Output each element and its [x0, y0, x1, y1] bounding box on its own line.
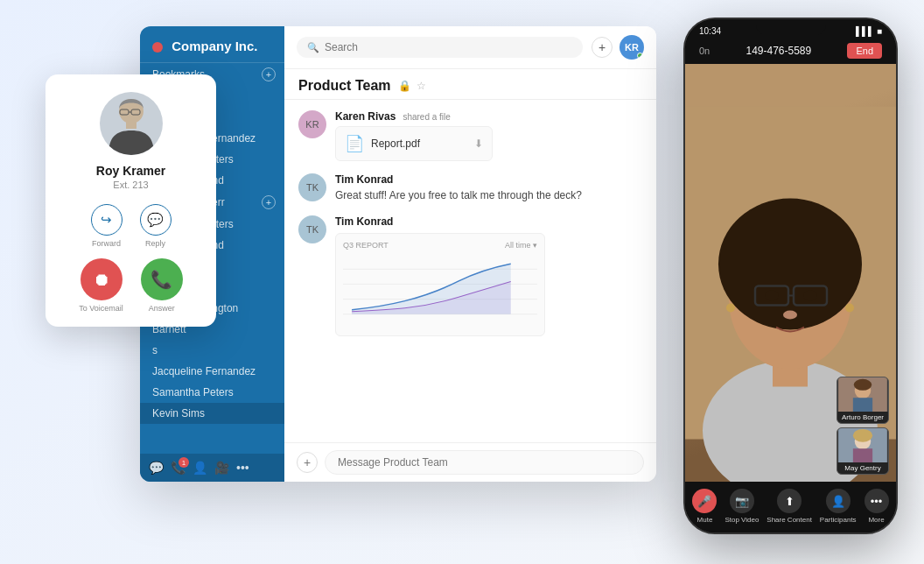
- voicemail-label: To Voicemail: [79, 304, 123, 313]
- voicemail-button[interactable]: ⏺: [80, 258, 122, 300]
- channel-icons: 🔒 ☆: [398, 80, 426, 92]
- thumb-arturo-label: Arturo Borger: [837, 412, 888, 423]
- close-icon[interactable]: [152, 42, 163, 53]
- stop-video-action[interactable]: 📷 Stop Video: [724, 489, 759, 524]
- star-icon[interactable]: ☆: [416, 80, 426, 92]
- sidebar-header: Company Inc.: [140, 26, 284, 63]
- phone-notch: [756, 19, 826, 35]
- phone-icon[interactable]: 📞 1: [171, 461, 186, 475]
- more-icon[interactable]: •••: [236, 461, 249, 475]
- mute-icon[interactable]: 🎤: [692, 489, 717, 513]
- forward-button[interactable]: ↪: [91, 204, 122, 236]
- sidebar-item-label: Samantha Peters: [152, 386, 234, 398]
- contacts-icon[interactable]: 👤: [192, 461, 207, 475]
- sidebar-item-label: Kevin Sims: [152, 407, 205, 419]
- sidebar-item-label: Jacqueline Fernandez: [152, 365, 256, 377]
- scene: Company Inc. Bookmarks + Sites le Jacque…: [0, 0, 924, 564]
- answer-action[interactable]: 📞 Answer: [141, 258, 183, 313]
- more-icon[interactable]: •••: [864, 489, 889, 513]
- share-content-action[interactable]: ⬆ Share Content: [766, 489, 812, 524]
- message-add-button[interactable]: +: [297, 452, 318, 473]
- mute-indicator: 0n: [699, 46, 710, 56]
- message-input[interactable]: [325, 450, 644, 475]
- sidebar-section-label-s: s: [140, 340, 284, 361]
- video-thumbnails: Arturo Borger May Gentry: [836, 377, 889, 475]
- more-action[interactable]: ••• More: [864, 489, 889, 524]
- add-button[interactable]: +: [592, 37, 612, 58]
- end-call-button[interactable]: End: [847, 43, 882, 59]
- more-label: More: [868, 516, 884, 524]
- svg-rect-28: [853, 448, 872, 462]
- topbar: 🔍 + KR: [284, 26, 656, 69]
- chat-icon[interactable]: 💬: [149, 461, 164, 475]
- svg-point-20: [726, 304, 735, 313]
- status-icons: ▌▌▌ ■: [856, 26, 882, 36]
- avatar: KR: [620, 35, 644, 60]
- sidebar-item-kevin-sims[interactable]: Kevin Sims: [140, 403, 284, 424]
- svg-point-13: [718, 199, 862, 330]
- reply-action[interactable]: 💬 Reply: [140, 204, 172, 248]
- search-input[interactable]: [325, 41, 572, 53]
- search-box[interactable]: 🔍: [297, 37, 583, 58]
- phone-screen: 10:34 ▌▌▌ ■ 0n 149-476-5589 End: [685, 19, 896, 532]
- msg-sender-name: Tim Konrad: [335, 173, 393, 186]
- messages-area: KR Karen Rivas shared a file 📄 Report.pd…: [284, 100, 656, 442]
- channel-title: Product Team: [298, 78, 391, 94]
- add-section-icon[interactable]: +: [262, 67, 276, 81]
- sidebar-item-label: s: [152, 344, 158, 356]
- phone-actions-row: ↪ Forward 💬 Reply: [60, 204, 202, 248]
- message-item: KR Karen Rivas shared a file 📄 Report.pd…: [298, 110, 642, 161]
- svg-point-25: [854, 379, 872, 391]
- svg-point-19: [783, 311, 797, 320]
- video-thumb-may: May Gentry: [836, 427, 889, 475]
- file-name: Report.pdf: [371, 137, 420, 150]
- msg-action: shared a file: [402, 112, 450, 122]
- online-indicator: [637, 53, 643, 59]
- share-content-icon[interactable]: ⬆: [777, 489, 802, 513]
- status-time: 10:34: [699, 26, 721, 36]
- msg-header: Karen Rivas shared a file: [335, 110, 642, 123]
- sidebar-item-samantha3[interactable]: Samantha Peters: [140, 382, 284, 403]
- participants-icon[interactable]: 👤: [826, 489, 850, 513]
- stop-video-label: Stop Video: [724, 516, 759, 524]
- msg-content: Tim Konrad Q3 REPORT All time ▾: [335, 215, 642, 336]
- phone-bottom-bar: 🎤 Mute 📷 Stop Video ⬆ Share Content 👤 Pa…: [685, 482, 896, 532]
- lock-icon: 🔒: [398, 80, 411, 92]
- answer-label: Answer: [149, 304, 175, 313]
- share-content-label: Share Content: [766, 516, 812, 524]
- add-section-icon-2[interactable]: +: [262, 195, 276, 209]
- caller-avatar: [100, 92, 163, 155]
- video-icon[interactable]: 🎥: [214, 461, 229, 475]
- sidebar-footer: 💬 📞 1 👤 🎥 •••: [140, 454, 284, 482]
- mute-action-label: Mute: [697, 516, 713, 524]
- message-item: TK Tim Konrad Q3 REPORT All time ▾: [298, 215, 642, 336]
- voicemail-action[interactable]: ⏺ To Voicemail: [79, 258, 123, 313]
- svg-point-17: [765, 291, 779, 301]
- reply-button[interactable]: 💬: [140, 204, 172, 236]
- caller-extension: Ext. 213: [60, 180, 202, 190]
- desktop-window: Company Inc. Bookmarks + Sites le Jacque…: [140, 26, 656, 482]
- svg-point-18: [803, 291, 817, 301]
- call-bar: 0n 149-476-5589 End: [685, 39, 896, 64]
- stop-video-icon[interactable]: 📷: [730, 489, 754, 513]
- search-icon: 🔍: [307, 42, 319, 53]
- msg-content: Karen Rivas shared a file 📄 Report.pdf ⬇: [335, 110, 642, 161]
- answer-button[interactable]: 📞: [141, 258, 183, 300]
- msg-sender-name: Karen Rivas: [335, 110, 396, 123]
- forward-action[interactable]: ↪ Forward: [91, 204, 122, 248]
- participants-action[interactable]: 👤 Participants: [820, 489, 857, 524]
- pdf-icon: 📄: [345, 134, 364, 153]
- svg-rect-5: [126, 122, 136, 129]
- download-icon[interactable]: ⬇: [474, 137, 483, 150]
- call-number: 149-476-5589: [746, 45, 811, 57]
- thumb-arturo-svg: [836, 377, 889, 412]
- sidebar-item-jacqueline3[interactable]: Jacqueline Fernandez: [140, 361, 284, 382]
- msg-sender-name: Tim Konrad: [335, 215, 393, 228]
- mute-action[interactable]: 🎤 Mute: [692, 489, 717, 524]
- thumb-may-svg: [836, 428, 889, 462]
- phone-card: Roy Kramer Ext. 213 ↪ Forward 💬 Reply ⏺ …: [46, 74, 216, 327]
- msg-avatar: TK: [298, 173, 326, 201]
- phone-badge: 1: [178, 457, 189, 468]
- chart-svg: [343, 255, 537, 325]
- file-attachment[interactable]: 📄 Report.pdf ⬇: [335, 126, 493, 161]
